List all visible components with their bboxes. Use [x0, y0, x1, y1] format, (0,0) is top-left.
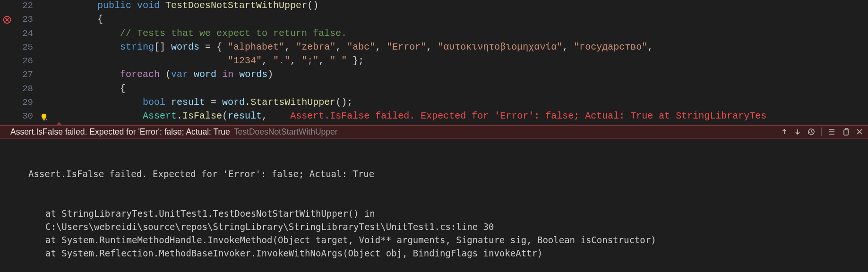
code-token: , [290, 55, 301, 66]
error-banner-message: Assert.IsFalse failed. Expected for 'Err… [10, 127, 230, 137]
code-token: ( [160, 69, 171, 80]
code-token: "государство" [574, 42, 647, 52]
code-token: foreach [120, 69, 160, 80]
stack-line: C:\Users\webreidi\source\repos\StringLib… [45, 220, 868, 233]
code-token: in [222, 69, 233, 80]
previous-error-icon[interactable] [781, 128, 788, 136]
code-line[interactable]: 30 Assert.IsFalse(result, Assert.IsFalse… [0, 110, 868, 124]
code-line[interactable]: 29 bool result = word.StartsWithUpper(); [0, 97, 868, 110]
code-token: , [647, 42, 653, 52]
line-number: 26 [0, 56, 42, 66]
code-token: { [97, 14, 103, 25]
line-number: 22 [0, 0, 42, 11]
history-icon[interactable] [807, 128, 816, 136]
code-token: () [307, 0, 318, 11]
code-token: . [177, 110, 182, 121]
code-content[interactable]: Assert.IsFalse(result, Assert.IsFalse fa… [42, 110, 766, 121]
copy-icon[interactable] [842, 128, 850, 136]
code-content[interactable]: { [42, 14, 103, 25]
code-token: result [228, 110, 262, 121]
error-banner-test-name: TestDoesNotStartWithUpper [234, 127, 338, 137]
next-error-icon[interactable] [794, 128, 801, 136]
line-number: 24 [0, 28, 42, 39]
code-token [160, 0, 165, 11]
code-token: "αυτοκινητοβιομηχανία" [438, 42, 562, 52]
code-token: , [262, 110, 267, 121]
code-token: { [120, 83, 126, 94]
code-content[interactable]: string[] words = { "alphabet", "zebra", … [42, 42, 653, 52]
code-token: IsFalse [182, 110, 222, 121]
output-panel[interactable]: Assert.IsFalse failed. Expected for 'Err… [0, 139, 868, 272]
code-token: , [562, 42, 574, 52]
code-content[interactable]: { [42, 83, 126, 94]
code-token: [] [154, 42, 171, 52]
code-token: void [137, 0, 160, 11]
line-number: 30 [0, 111, 42, 121]
code-token: word [194, 69, 216, 80]
code-content[interactable]: "1234", ".", ";", " " }; [42, 55, 364, 66]
code-token: words [239, 69, 267, 80]
code-token: // Tests that we expect to return false. [120, 28, 347, 39]
code-token [267, 110, 290, 121]
code-content[interactable]: bool result = word.StartsWithUpper(); [42, 97, 352, 108]
error-banner: Assert.IsFalse failed. Expected for 'Err… [0, 126, 868, 139]
code-token: bool [143, 97, 165, 108]
code-line[interactable]: 22 public void TestDoesNotStartWithUpper… [0, 0, 868, 14]
code-token: " " [330, 55, 347, 66]
error-banner-toolbar [781, 128, 863, 136]
code-token: . [245, 97, 250, 108]
line-number: 28 [0, 84, 42, 94]
code-token: , [375, 42, 387, 52]
code-token: word [222, 97, 245, 108]
error-pointer-divider [0, 125, 868, 126]
code-token: ) [267, 69, 273, 80]
stack-line: at System.Reflection.MethodBaseInvoker.I… [45, 246, 868, 260]
list-icon[interactable] [827, 128, 836, 136]
code-line[interactable]: 23 { [0, 14, 868, 27]
code-token: words [171, 42, 199, 52]
code-token: "1234" [228, 55, 262, 66]
error-glyph-icon[interactable] [3, 16, 11, 24]
code-token: StartsWithUpper [250, 97, 335, 108]
code-token: , [284, 42, 296, 52]
code-token: TestDoesNotStartWithUpper [165, 0, 307, 11]
svg-rect-1 [43, 119, 45, 120]
code-token: string [120, 42, 154, 52]
code-token: "Error" [387, 42, 426, 52]
line-number: 25 [0, 42, 42, 52]
code-token [233, 69, 239, 80]
code-token: (); [335, 97, 352, 108]
code-line[interactable]: 24 // Tests that we expect to return fal… [0, 28, 868, 42]
code-content[interactable]: foreach (var word in words) [42, 69, 273, 80]
code-token: "alphabet" [228, 42, 284, 52]
code-line[interactable]: 26 "1234", ".", ";", " " }; [0, 55, 868, 69]
stack-trace: at StringLibraryTest.UnitTest1.TestDoesN… [28, 207, 868, 260]
code-token: var [171, 69, 188, 80]
stack-line: at StringLibraryTest.UnitTest1.TestDoesN… [45, 207, 868, 220]
code-line[interactable]: 25 string[] words = { "alphabet", "zebra… [0, 42, 868, 55]
code-content[interactable]: public void TestDoesNotStartWithUpper() [42, 0, 318, 11]
line-number: 23 [0, 14, 42, 25]
code-token [188, 69, 194, 80]
code-token: , [426, 42, 438, 52]
code-line[interactable]: 27 foreach (var word in words) [0, 69, 868, 83]
stack-line: at System.RuntimeMethodHandle.InvokeMeth… [45, 233, 868, 246]
code-token: , [318, 55, 330, 66]
code-editor: 22 public void TestDoesNotStartWithUpper… [0, 0, 868, 272]
line-number: 27 [0, 69, 42, 80]
code-token [165, 97, 171, 108]
code-token: , [262, 55, 273, 66]
code-token: ( [222, 110, 228, 121]
code-line[interactable]: 28 { [0, 83, 868, 97]
close-icon[interactable] [856, 128, 863, 136]
code-token [131, 0, 137, 11]
code-token [216, 69, 222, 80]
separator [821, 128, 822, 136]
code-token: "." [273, 55, 290, 66]
code-token: }; [347, 55, 364, 66]
code-area[interactable]: 22 public void TestDoesNotStartWithUpper… [0, 0, 868, 125]
code-content[interactable]: // Tests that we expect to return false. [42, 28, 347, 39]
code-token: , [335, 42, 347, 52]
lightbulb-icon[interactable] [40, 113, 48, 121]
panel-error-line: Assert.IsFalse failed. Expected for 'Err… [28, 167, 868, 180]
